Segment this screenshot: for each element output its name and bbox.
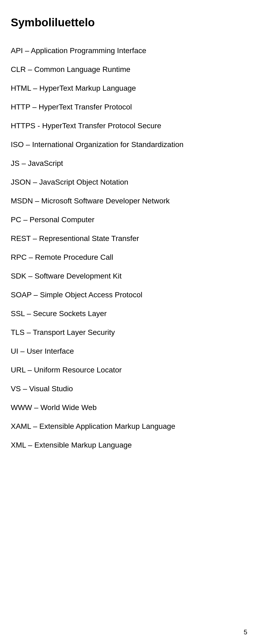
abbreviation-definition: JavaScript [28, 159, 63, 167]
list-item: VS – Visual Studio [11, 383, 247, 394]
abbreviation-definition: Simple Object Access Protocol [40, 291, 142, 299]
abbreviation-definition: Remote Procedure Call [35, 253, 113, 261]
abbreviation-abbr: ISO [11, 140, 24, 149]
abbreviation-separator: – [24, 140, 32, 149]
abbreviation-separator: - [35, 122, 42, 130]
abbreviation-abbr: PC [11, 215, 21, 224]
abbreviation-abbr: TLS [11, 328, 24, 336]
abbreviation-separator: – [26, 366, 34, 374]
abbreviation-separator: – [31, 291, 40, 299]
abbreviation-abbr: REST [11, 234, 31, 243]
abbreviation-abbr: JSON [11, 178, 31, 186]
list-item: ISO – International Organization for Sta… [11, 139, 247, 150]
abbreviation-abbr: SSL [11, 309, 25, 318]
abbreviation-abbr: JS [11, 159, 20, 167]
abbreviation-separator: – [31, 234, 39, 243]
abbreviation-abbr: CLR [11, 65, 26, 74]
list-item: HTML – HyperText Markup Language [11, 83, 247, 94]
abbreviation-definition: Application Programming Interface [31, 46, 146, 55]
abbreviation-separator: – [20, 159, 28, 167]
list-item: JSON – JavaScript Object Notation [11, 177, 247, 188]
abbreviation-definition: International Organization for Standardi… [32, 140, 183, 149]
abbreviation-abbr: VS [11, 385, 21, 393]
abbreviation-separator: – [25, 309, 33, 318]
page-number: 5 [244, 628, 247, 636]
abbreviation-separator: – [27, 253, 35, 261]
list-item: TLS – Transport Layer Security [11, 327, 247, 338]
abbreviation-separator: – [23, 46, 31, 55]
abbreviation-abbr: XML [11, 441, 26, 449]
abbreviation-abbr: XAML [11, 422, 31, 430]
abbreviation-separator: – [18, 347, 27, 355]
abbreviation-definition: World Wide Web [40, 403, 96, 412]
abbreviation-definition: Secure Sockets Layer [33, 309, 107, 318]
abbreviation-separator: – [26, 441, 34, 449]
abbreviation-definition: HyperText Markup Language [39, 84, 136, 92]
list-item: REST – Representional State Transfer [11, 233, 247, 244]
abbreviation-separator: – [26, 272, 35, 280]
abbreviation-abbr: MSDN [11, 197, 33, 205]
abbreviation-definition: Microsoft Software Developer Network [41, 197, 170, 205]
list-item: PC – Personal Computer [11, 214, 247, 225]
abbreviation-abbr: RPC [11, 253, 27, 261]
abbreviation-abbr: HTML [11, 84, 31, 92]
list-item: CLR – Common Language Runtime [11, 64, 247, 75]
abbreviation-definition: User Interface [27, 347, 74, 355]
abbreviation-abbr: WWW [11, 403, 32, 412]
list-item: MSDN – Microsoft Software Developer Netw… [11, 195, 247, 207]
abbreviation-definition: HyperText Transfer Protocol [39, 103, 132, 111]
page-title: Symboliluettelo [11, 16, 247, 29]
abbreviation-definition: Extensible Markup Language [34, 441, 132, 449]
abbreviation-list: API – Application Programming InterfaceC… [11, 45, 247, 451]
list-item: URL – Uniform Resource Locator [11, 364, 247, 376]
abbreviation-definition: Personal Computer [30, 215, 94, 224]
list-item: RPC – Remote Procedure Call [11, 252, 247, 263]
abbreviation-separator: – [26, 65, 34, 74]
abbreviation-abbr: API [11, 46, 23, 55]
list-item: XML – Extensible Markup Language [11, 440, 247, 451]
abbreviation-abbr: HTTP [11, 103, 30, 111]
abbreviation-separator: – [32, 403, 40, 412]
list-item: WWW – World Wide Web [11, 402, 247, 413]
abbreviation-separator: – [31, 178, 39, 186]
list-item: API – Application Programming Interface [11, 45, 247, 56]
abbreviation-definition: HyperText Transfer Protocol Secure [42, 122, 162, 130]
abbreviation-abbr: UI [11, 347, 18, 355]
list-item: JS – JavaScript [11, 158, 247, 169]
list-item: SDK – Software Development Kit [11, 270, 247, 282]
abbreviation-abbr: SDK [11, 272, 26, 280]
abbreviation-abbr: SOAP [11, 291, 31, 299]
abbreviation-definition: Uniform Resource Locator [34, 366, 122, 374]
abbreviation-separator: – [21, 385, 29, 393]
list-item: HTTPS - HyperText Transfer Protocol Secu… [11, 120, 247, 131]
abbreviation-separator: – [33, 197, 41, 205]
abbreviation-separator: – [30, 103, 39, 111]
list-item: SSL – Secure Sockets Layer [11, 308, 247, 319]
abbreviation-separator: – [31, 422, 39, 430]
abbreviation-abbr: URL [11, 366, 26, 374]
list-item: UI – User Interface [11, 346, 247, 357]
list-item: XAML – Extensible Application Markup Lan… [11, 421, 247, 432]
abbreviation-separator: – [21, 215, 30, 224]
abbreviation-separator: – [24, 328, 33, 336]
abbreviation-definition: Transport Layer Security [33, 328, 115, 336]
abbreviation-definition: Common Language Runtime [34, 65, 130, 74]
list-item: SOAP – Simple Object Access Protocol [11, 289, 247, 301]
abbreviation-definition: Software Development Kit [35, 272, 122, 280]
list-item: HTTP – HyperText Transfer Protocol [11, 101, 247, 113]
abbreviation-abbr: HTTPS [11, 122, 35, 130]
abbreviation-definition: JavaScript Object Notation [39, 178, 128, 186]
abbreviation-definition: Visual Studio [29, 385, 73, 393]
abbreviation-definition: Representional State Transfer [39, 234, 139, 243]
abbreviation-definition: Extensible Application Markup Language [39, 422, 175, 430]
abbreviation-separator: – [31, 84, 39, 92]
